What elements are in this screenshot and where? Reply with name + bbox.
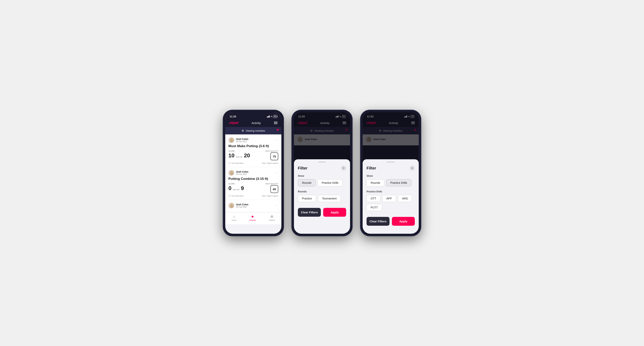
data-source-2: Data: Clippd Capture xyxy=(262,195,278,197)
status-icons-1: ∿ 51 xyxy=(267,115,277,118)
modal-close-button-3[interactable]: ✕ xyxy=(410,166,415,171)
user-details-3: Josh Coles 28 Feb 2023 xyxy=(236,203,248,208)
activity-card-1[interactable]: Josh Coles 28 Feb 2023 ··· Must Make Put… xyxy=(225,134,282,167)
user-info-1: Josh Coles 28 Feb 2023 xyxy=(228,137,248,143)
clear-filters-button-2[interactable]: Clear Filters xyxy=(298,208,321,217)
drill-pill-putt-3[interactable]: PUTT xyxy=(366,204,382,211)
drill-pill-arg-3[interactable]: ARG xyxy=(398,195,412,202)
show-pill-rounds-3[interactable]: Rounds xyxy=(366,179,384,186)
user-date-2: 28 Feb 2023 xyxy=(236,173,248,175)
drills-pills-3: OTT APP ARG PUTT xyxy=(366,195,415,211)
viewing-banner-1[interactable]: ⚙ Viewing Activities xyxy=(225,127,282,134)
activities-icon-1: ♣ xyxy=(251,214,254,219)
phone-3: 11:33 ∿ 51 clippd Activity xyxy=(360,110,421,236)
score-group-2: Score 0 OUT OF 9 xyxy=(228,183,265,191)
phone-2-screen: 11:33 ∿ 51 clippd Activity xyxy=(294,112,350,234)
info-label-1: Test Information xyxy=(231,162,244,164)
card-footer-1: ⓘ Test Information Data: Clippd Capture xyxy=(228,162,278,165)
activity-card-2[interactable]: Josh Coles 28 Feb 2023 ··· Putting Combi… xyxy=(225,167,282,200)
modal-footer-3: Clear Filters Apply xyxy=(366,217,415,226)
avatar-3 xyxy=(228,203,234,208)
user-name-3: Josh Coles xyxy=(236,203,248,206)
out-of-2: OUT OF xyxy=(233,189,240,191)
drills-label-3: Practice Drills xyxy=(366,190,415,193)
score-value-2: 0 xyxy=(228,185,232,191)
tab-capture-1[interactable]: ⊕ Capture xyxy=(269,214,275,221)
clear-filters-button-3[interactable]: Clear Filters xyxy=(366,217,390,226)
data-source-1: Data: Clippd Capture xyxy=(262,162,278,164)
wifi-icon-1: ∿ xyxy=(270,115,272,118)
home-icon-1: ⌂ xyxy=(233,214,235,219)
filter-modal-2: Filter ✕ Show Rounds Practice Drills Rou… xyxy=(294,159,350,234)
stats-row-1: Score 10 OUT OF 20 Shot Quality 75 xyxy=(228,150,278,160)
avatar-1 xyxy=(228,137,234,143)
nav-logo-1: clippd xyxy=(229,121,238,125)
signal-icon-1 xyxy=(267,115,270,118)
modal-title-3: Filter xyxy=(366,166,376,171)
show-pill-rounds-2[interactable]: Rounds xyxy=(298,179,316,186)
shot-quality-label-1: Shot Quality xyxy=(265,150,278,152)
tab-home-1[interactable]: ⌂ Home xyxy=(232,214,236,221)
card-menu-1[interactable]: ··· xyxy=(275,138,278,142)
capture-icon-1: ⊕ xyxy=(270,214,273,219)
dynamic-island xyxy=(244,115,262,121)
card-1-header: Josh Coles 28 Feb 2023 ··· xyxy=(228,137,278,143)
card-menu-2[interactable]: ··· xyxy=(275,171,278,174)
shot-quality-group-2: Shot Quality 45 xyxy=(265,183,278,193)
modal-header-3: Filter ✕ xyxy=(366,166,415,171)
shot-quality-badge-1: 75 xyxy=(270,153,278,160)
battery-icon-1: 51 xyxy=(273,115,277,118)
user-info-3: Josh Coles 28 Feb 2023 xyxy=(228,203,248,208)
phone-1-frame: 11:33 ∿ 51 clippd xyxy=(223,110,284,236)
show-pill-practice-drills-3[interactable]: Practice Drills xyxy=(386,179,411,186)
activity-card-3[interactable]: Josh Coles 28 Feb 2023 ··· xyxy=(225,200,282,212)
drill-pill-ott-3[interactable]: OTT xyxy=(366,195,380,202)
user-info-2: Josh Coles 28 Feb 2023 xyxy=(228,170,248,176)
viewing-banner-text-1: Viewing Activities xyxy=(246,129,265,132)
score-label-2: Score xyxy=(228,183,244,185)
card-3-header: Josh Coles 28 Feb 2023 ··· xyxy=(228,203,278,208)
phone-2-frame: 11:33 ∿ 51 clippd Activity xyxy=(292,110,352,236)
svg-point-1 xyxy=(230,172,232,173)
apply-button-3[interactable]: Apply xyxy=(392,217,415,226)
show-label-2: Show xyxy=(298,174,346,177)
phone-3-frame: 11:33 ∿ 51 clippd Activity xyxy=(360,110,421,236)
stats-row-2: Score 0 OUT OF 9 Shot Quality 45 xyxy=(228,183,278,193)
test-info-2: ⓘ Test Information xyxy=(228,194,244,197)
nav-title-1: Activity xyxy=(252,121,261,125)
show-pill-practice-drills-2[interactable]: Practice Drills xyxy=(318,179,342,186)
score-group-1: Score 10 OUT OF 20 xyxy=(228,150,265,159)
svg-point-0 xyxy=(230,139,232,140)
card-menu-3[interactable]: ··· xyxy=(275,204,278,207)
filter-overlay-2: Filter ✕ Show Rounds Practice Drills Rou… xyxy=(294,112,350,234)
score-section-1: Score 10 OUT OF 20 xyxy=(228,150,250,159)
menu-line-3 xyxy=(274,124,278,124)
rounds-pill-practice-2[interactable]: Practice xyxy=(298,195,316,202)
tab-home-label-1: Home xyxy=(232,219,236,221)
score-label-1: Score xyxy=(228,150,250,152)
modal-title-2: Filter xyxy=(298,166,308,171)
filter-overlay-3: Filter ✕ Show Rounds Practice Drills Pra… xyxy=(362,112,419,234)
menu-button-1[interactable] xyxy=(274,122,278,124)
rounds-pill-tournament-2[interactable]: Tournament xyxy=(318,195,341,202)
card-title-2: Putting Combine (3-15 ft) xyxy=(228,177,278,181)
user-date-1: 28 Feb 2023 xyxy=(236,141,248,143)
drill-pill-app-3[interactable]: APP xyxy=(382,195,396,202)
phone-1: 11:33 ∿ 51 clippd xyxy=(223,110,284,236)
apply-button-2[interactable]: Apply xyxy=(323,208,346,217)
phone-1-screen: 11:33 ∿ 51 clippd xyxy=(225,112,282,234)
svg-point-2 xyxy=(230,204,232,206)
modal-close-button-2[interactable]: ✕ xyxy=(341,166,346,171)
modal-header-2: Filter ✕ xyxy=(298,166,346,171)
shot-quality-label-2: Shot Quality xyxy=(265,183,278,185)
info-label-2: Test Information xyxy=(231,195,244,197)
avatar-2 xyxy=(228,170,234,176)
tab-activities-1[interactable]: ♣ Activities xyxy=(249,214,256,221)
shot-quality-group-1: Shot Quality 75 xyxy=(265,150,278,160)
filter-icon-1: ⚙ xyxy=(242,129,244,132)
shots-value-2: 9 xyxy=(241,185,244,191)
show-pills-3: Rounds Practice Drills xyxy=(366,179,415,186)
tab-activities-label-1: Activities xyxy=(249,219,256,221)
banner-notification-dot-1 xyxy=(277,129,279,131)
rounds-label-2: Rounds xyxy=(298,190,346,193)
